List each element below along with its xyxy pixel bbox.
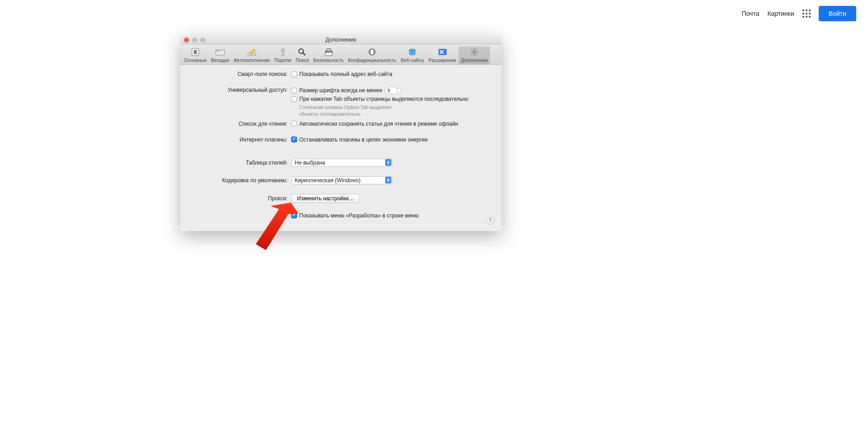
reading-list-label: Список для чтения: [189, 121, 291, 127]
svg-line-28 [476, 54, 477, 55]
encoding-label: Кодировка по умолчанию: [189, 177, 291, 184]
preferences-window: Дополнения Основные Вкладки Автозаполнен… [180, 35, 501, 231]
reading-offline-checkbox[interactable] [291, 121, 297, 127]
stylesheet-label: Таблица стилей: [189, 160, 291, 166]
svg-rect-3 [216, 50, 219, 52]
tab-tabs[interactable]: Вкладки [209, 46, 231, 64]
tab-search[interactable]: Поиск [293, 46, 311, 64]
zoom-icon[interactable] [200, 38, 205, 42]
min-font-size-select[interactable]: 9 [385, 87, 401, 94]
tab-highlight-checkbox[interactable] [291, 96, 297, 102]
universal-access-label: Универсальный доступ: [189, 87, 291, 93]
smart-search-label: Смарт-поле поиска: [189, 71, 291, 77]
plugins-label: Интернет-плагины: [189, 137, 291, 143]
svg-point-9 [299, 49, 303, 53]
show-full-url-label: Показывать полный адрес веб-сайта [299, 71, 392, 77]
tab-security[interactable]: Безопасность [311, 46, 346, 64]
tab-extensions[interactable]: Расширения [426, 46, 458, 64]
tab-highlight-hint: Сочетание клавиш Option-Tab выделяет объ… [291, 104, 409, 118]
show-develop-menu-checkbox[interactable] [291, 212, 297, 218]
tab-autofill[interactable]: Автозаполнение [231, 46, 272, 64]
show-full-url-checkbox[interactable] [291, 71, 297, 77]
reading-offline-label: Автоматически сохранять статьи для чтени… [299, 121, 458, 127]
images-link[interactable]: Картинки [767, 10, 794, 17]
svg-point-22 [473, 51, 476, 53]
svg-point-17 [409, 48, 416, 56]
content-area: Смарт-поле поиска: Показывать полный адр… [180, 65, 501, 231]
svg-rect-7 [282, 51, 284, 56]
close-icon[interactable] [184, 38, 189, 42]
min-font-size-checkbox[interactable] [291, 88, 297, 94]
min-font-size-label: Размер шрифта всегда не менее [299, 87, 382, 94]
tab-advanced[interactable]: Дополнения [458, 46, 490, 64]
window-title: Дополнения [326, 37, 356, 43]
toolbar: Основные Вкладки Автозаполнение Пароли П… [180, 44, 501, 65]
proxy-settings-button[interactable]: Изменить настройки… [291, 194, 360, 203]
svg-rect-16 [371, 50, 373, 54]
minimize-icon[interactable] [192, 38, 197, 42]
titlebar: Дополнения [180, 35, 501, 44]
encoding-select[interactable]: Кириллическая (Windows) [291, 176, 393, 184]
svg-line-30 [471, 54, 472, 55]
stop-plugins-label: Останавливать плагины в целях экономии э… [299, 137, 428, 143]
help-button[interactable]: ? [486, 217, 494, 225]
svg-rect-8 [283, 54, 285, 55]
svg-rect-14 [326, 49, 331, 52]
tab-websites[interactable]: Веб-сайты [399, 46, 427, 64]
tab-general[interactable]: Основные [182, 46, 209, 64]
tab-privacy[interactable]: Конфиденциальность [346, 46, 399, 64]
stylesheet-select[interactable]: Не выбрана [291, 159, 393, 167]
svg-line-29 [476, 49, 477, 50]
svg-rect-1 [194, 50, 197, 54]
show-develop-menu-label: Показывать меню «Разработка» в строке ме… [299, 212, 419, 219]
stop-plugins-checkbox[interactable] [291, 137, 297, 142]
svg-rect-4 [219, 50, 222, 52]
tab-highlight-label: При нажатии Tab объекты страницы выделяю… [299, 96, 468, 102]
mail-link[interactable]: Почта [742, 10, 760, 17]
tab-passwords[interactable]: Пароли [272, 46, 293, 64]
svg-rect-20 [439, 49, 447, 55]
svg-line-10 [303, 53, 305, 55]
login-button[interactable]: Войти [819, 6, 856, 21]
svg-line-27 [471, 49, 472, 50]
proxy-label: Прокси: [189, 195, 291, 202]
apps-icon[interactable] [802, 9, 811, 18]
